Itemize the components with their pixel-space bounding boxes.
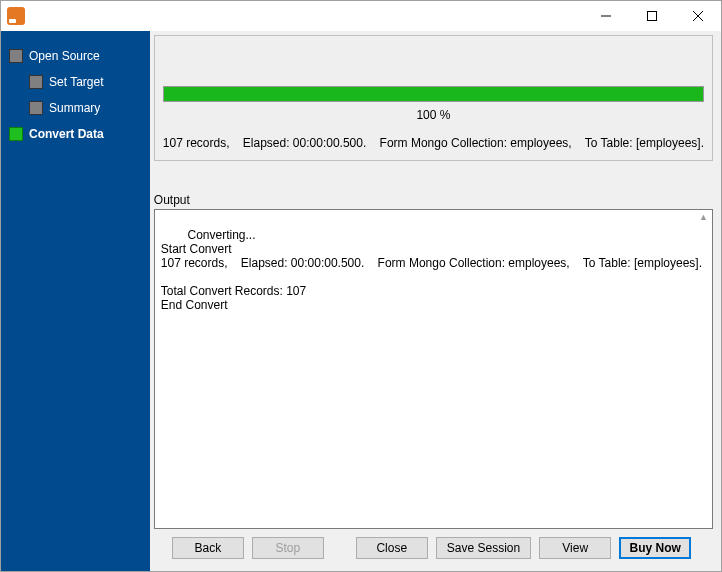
wizard-sidebar: Open Source Set Target Summary Convert D…	[1, 31, 150, 571]
minimize-button[interactable]	[583, 1, 629, 31]
app-icon	[7, 7, 25, 25]
progress-bar	[163, 86, 704, 102]
stop-button: Stop	[252, 537, 324, 559]
sidebar-item-label: Summary	[49, 101, 100, 115]
content-area: Open Source Set Target Summary Convert D…	[1, 31, 721, 571]
sidebar-item-set-target[interactable]: Set Target	[7, 69, 144, 95]
step-box-icon	[29, 101, 43, 115]
title-bar	[1, 1, 721, 31]
save-session-button[interactable]: Save Session	[436, 537, 531, 559]
svg-rect-1	[648, 12, 657, 21]
sidebar-item-label: Open Source	[29, 49, 100, 63]
output-textarea[interactable]: Converting... Start Convert 107 records,…	[154, 209, 713, 529]
buy-now-button[interactable]: Buy Now	[619, 537, 691, 559]
sidebar-item-open-source[interactable]: Open Source	[7, 43, 144, 69]
progress-status-line: 107 records, Elapsed: 00:00:00.500. Form…	[163, 136, 704, 150]
sidebar-item-summary[interactable]: Summary	[7, 95, 144, 121]
main-panel: 100 % 107 records, Elapsed: 00:00:00.500…	[150, 31, 721, 571]
button-bar: Back Stop Close Save Session View Buy No…	[154, 529, 713, 563]
sidebar-item-label: Convert Data	[29, 127, 104, 141]
step-box-icon	[9, 127, 23, 141]
output-section: Output Converting... Start Convert 107 r…	[154, 193, 713, 529]
back-button[interactable]: Back	[172, 537, 244, 559]
sidebar-item-label: Set Target	[49, 75, 103, 89]
window-controls	[583, 1, 721, 31]
progress-percent-label: 100 %	[163, 108, 704, 122]
sidebar-item-convert-data[interactable]: Convert Data	[7, 121, 144, 147]
step-box-icon	[29, 75, 43, 89]
close-button[interactable]	[675, 1, 721, 31]
output-label: Output	[154, 193, 713, 207]
close-dialog-button[interactable]: Close	[356, 537, 428, 559]
scroll-up-icon[interactable]: ▲	[699, 212, 708, 222]
output-text: Converting... Start Convert 107 records,…	[161, 228, 702, 312]
progress-area: 100 % 107 records, Elapsed: 00:00:00.500…	[154, 35, 713, 161]
view-button[interactable]: View	[539, 537, 611, 559]
maximize-button[interactable]	[629, 1, 675, 31]
step-box-icon	[9, 49, 23, 63]
progress-bar-fill	[164, 87, 703, 101]
